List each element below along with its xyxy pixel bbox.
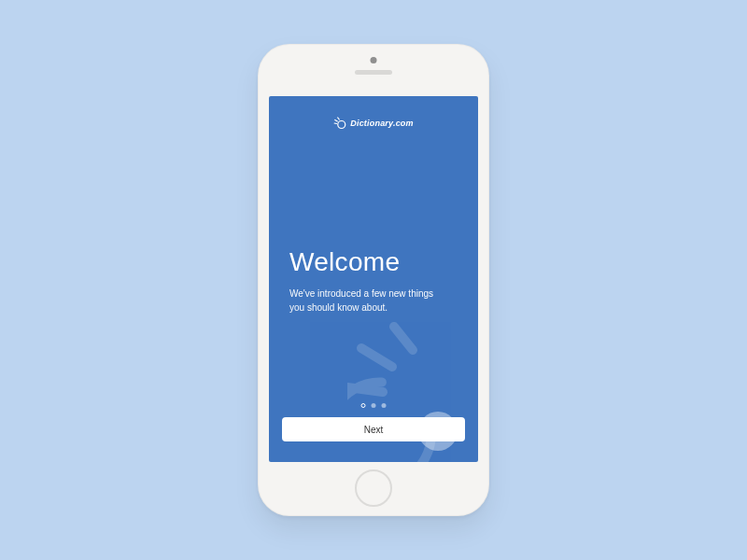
app-logo: Dictionary.com	[333, 117, 413, 130]
svg-line-2	[347, 387, 383, 392]
logo-icon	[333, 117, 346, 130]
svg-line-5	[335, 120, 338, 122]
svg-line-1	[361, 348, 392, 367]
next-button[interactable]: Next	[282, 417, 465, 441]
pagination-dots	[361, 403, 387, 408]
onboarding-content: Welcome We've introduced a few new thing…	[289, 247, 458, 315]
page-dot-1[interactable]	[361, 403, 366, 408]
subtitle-line-2: you should know about.	[289, 302, 388, 313]
next-button-label: Next	[364, 425, 384, 435]
logo-text: Dictionary.com	[350, 119, 413, 128]
svg-line-0	[394, 327, 413, 350]
app-screen: Dictionary.com Welcome We've introduced …	[269, 96, 478, 462]
home-button[interactable]	[355, 469, 392, 507]
page-dot-2[interactable]	[372, 403, 376, 408]
phone-camera	[371, 57, 377, 63]
subtitle-line-1: We've introduced a few new things	[289, 288, 433, 299]
phone-speaker	[355, 70, 392, 75]
svg-line-6	[334, 123, 337, 124]
welcome-title: Welcome	[289, 247, 458, 277]
svg-point-3	[338, 121, 345, 129]
phone-frame: Dictionary.com Welcome We've introduced …	[258, 44, 489, 516]
welcome-subtitle: We've introduced a few new things you sh…	[289, 287, 458, 315]
svg-line-4	[338, 118, 340, 119]
page-dot-3[interactable]	[382, 403, 387, 408]
